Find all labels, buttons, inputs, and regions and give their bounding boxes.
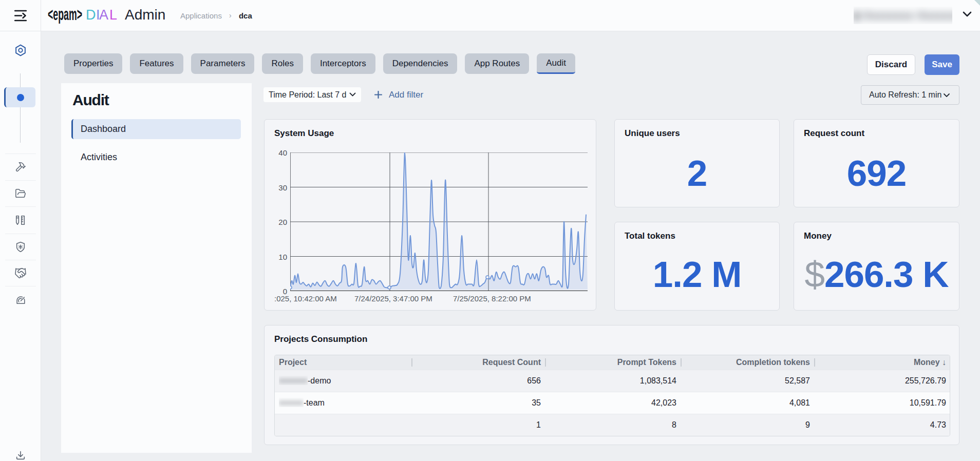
svg-text:Admin: Admin xyxy=(125,7,165,23)
svg-text:<epam>: <epam> xyxy=(48,5,82,24)
svg-text:A: A xyxy=(99,7,108,23)
svg-text:L: L xyxy=(109,7,117,23)
svg-text:D: D xyxy=(86,7,96,23)
